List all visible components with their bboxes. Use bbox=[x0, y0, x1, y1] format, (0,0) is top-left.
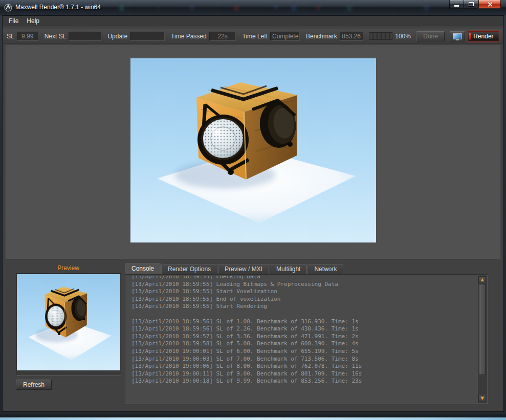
console-line: [13/April/2010 18:59:55] Checking Data bbox=[131, 276, 477, 281]
console-line: [13/April/2010 19:00:11] SL of 9.00. Ben… bbox=[131, 370, 477, 378]
preview-image-box bbox=[16, 273, 121, 376]
time-left-label: Time Left bbox=[242, 33, 268, 40]
window-bottom-frame bbox=[0, 412, 506, 420]
benchmark-value: 853.26 bbox=[340, 32, 363, 41]
update-field[interactable] bbox=[130, 32, 165, 41]
maximize-button[interactable] bbox=[464, 0, 478, 9]
time-passed-label: Time Passed bbox=[171, 33, 207, 40]
minimize-icon bbox=[454, 5, 459, 7]
titlebar[interactable]: Maxwell Render® 1.7.1 - win64 bbox=[0, 0, 506, 15]
next-sl-label: Next SL bbox=[45, 33, 67, 40]
render-progressbar bbox=[369, 32, 393, 40]
next-sl-field[interactable] bbox=[69, 32, 101, 41]
toolbar: SL Next SL Update Time Passed 22s Time L… bbox=[3, 29, 503, 43]
tab-render-options[interactable]: Render Options bbox=[161, 264, 217, 274]
close-button[interactable] bbox=[478, 0, 501, 9]
done-button[interactable]: Done bbox=[416, 31, 445, 41]
time-left-value: Complete bbox=[270, 32, 300, 41]
console-panel: [13/April/2010 18:59:55] Checking Data [… bbox=[125, 274, 488, 404]
console-line: [13/April/2010 18:59:58] SL of 5.00. Ben… bbox=[131, 340, 477, 348]
console-line: [13/April/2010 18:59:55] Loading Bitmaps… bbox=[131, 281, 477, 289]
progress-percent-label: 100% bbox=[395, 33, 411, 40]
console-line: [13/April/2010 19:00:06] SL of 8.00. Ben… bbox=[131, 363, 477, 370]
console-lines: [13/April/2010 18:59:55] Checking Data [… bbox=[131, 276, 477, 385]
desktop-strip bbox=[0, 417, 506, 420]
time-passed-value: 22s bbox=[209, 32, 236, 41]
sl-field[interactable] bbox=[17, 32, 38, 41]
display-button[interactable] bbox=[450, 31, 465, 41]
monitor-icon bbox=[453, 33, 462, 39]
render-button[interactable]: Render bbox=[468, 31, 499, 41]
menu-file[interactable]: File bbox=[9, 17, 18, 25]
benchmark-label: Benchmark bbox=[306, 33, 337, 40]
render-viewport bbox=[6, 46, 500, 259]
preview-image bbox=[17, 274, 120, 370]
preview-panel-title: Preview bbox=[16, 264, 121, 272]
scrollbar-thumb[interactable] bbox=[479, 284, 486, 375]
window-content: File Help SL Next SL Update Time Passed … bbox=[2, 15, 504, 412]
arrow-up-icon: ▲ bbox=[480, 278, 483, 282]
console-line: [13/April/2010 19:00:01] SL of 6.00. Ben… bbox=[131, 348, 477, 356]
console-line: [13/April/2010 19:00:03] SL of 7.00. Ben… bbox=[131, 356, 477, 363]
console-line: [13/April/2010 18:59:57] SL of 3.36. Ben… bbox=[131, 333, 477, 341]
console-line: [13/April/2010 18:59:55] End of voxeliza… bbox=[131, 296, 477, 303]
maximize-icon bbox=[469, 2, 474, 6]
tabbar: Console Render Options Preview / MXI Mul… bbox=[125, 263, 344, 274]
console-scrollbar[interactable]: ▲ ▼ bbox=[478, 276, 487, 403]
console-line: [13/April/2010 18:59:56] SL of 1.00. Ben… bbox=[131, 318, 477, 326]
bottom-panel: Preview Refresh Console Render Options P… bbox=[6, 261, 500, 407]
tab-console[interactable]: Console bbox=[125, 263, 161, 274]
close-icon bbox=[487, 2, 493, 7]
console-line: [13/April/2010 18:59:56] SL of 2.26. Ben… bbox=[131, 325, 477, 333]
console-line: [13/April/2010 19:00:18] SL of 9.99. Ben… bbox=[131, 378, 477, 385]
tab-preview-mxi[interactable]: Preview / MXI bbox=[218, 264, 269, 274]
window-title: Maxwell Render® 1.7.1 - win64 bbox=[15, 0, 101, 15]
console-line: [13/April/2010 18:59:55] Start Rendering bbox=[131, 303, 477, 311]
console-line: [13/April/2010 18:59:55] Start Voxelizat… bbox=[131, 288, 477, 296]
tab-network[interactable]: Network bbox=[307, 264, 343, 274]
menubar: File Help bbox=[3, 16, 503, 26]
app-window: Maxwell Render® 1.7.1 - win64 File Help … bbox=[0, 0, 506, 420]
console-log[interactable]: [13/April/2010 18:59:55] Checking Data [… bbox=[126, 276, 477, 403]
caption-buttons bbox=[449, 0, 501, 9]
console-line bbox=[131, 311, 477, 318]
refresh-button[interactable]: Refresh bbox=[16, 380, 52, 390]
scroll-down-button[interactable]: ▼ bbox=[478, 395, 486, 402]
tab-multilight[interactable]: Multilight bbox=[270, 264, 307, 274]
sl-label: SL bbox=[7, 33, 14, 40]
minimize-button[interactable] bbox=[449, 0, 464, 9]
rendered-image bbox=[130, 58, 376, 242]
app-icon bbox=[4, 4, 12, 12]
update-label: Update bbox=[107, 33, 127, 40]
scroll-up-button[interactable]: ▲ bbox=[478, 276, 486, 283]
menu-help[interactable]: Help bbox=[27, 17, 39, 25]
arrow-down-icon: ▼ bbox=[480, 396, 483, 401]
